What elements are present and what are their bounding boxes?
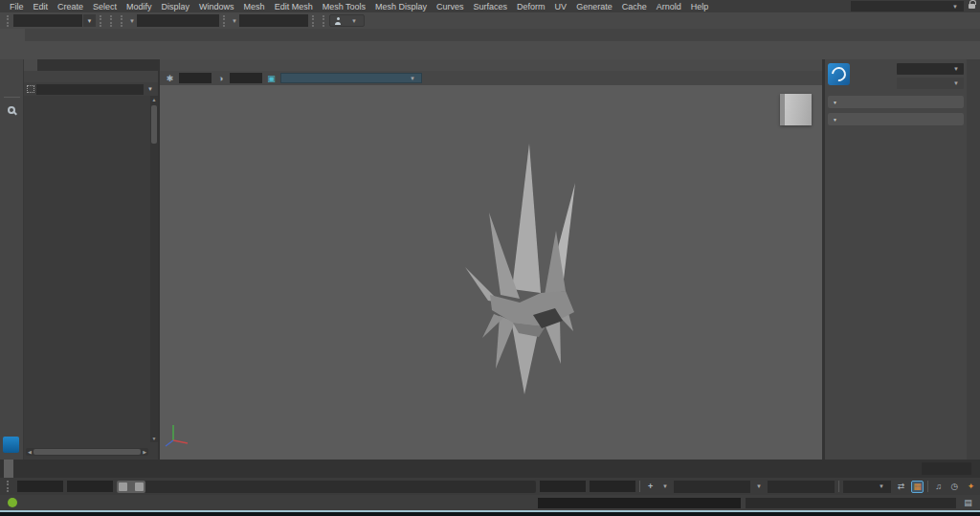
view-cube[interactable] — [780, 94, 812, 125]
current-frame-marker[interactable] — [4, 460, 13, 478]
maya-window: { "app_badge": "M", "menu_bar": { "items… — [0, 0, 980, 516]
chevron-down-icon[interactable]: ▼ — [232, 18, 237, 24]
humanik-panel: ▼ ▼ ▼ ▼ — [824, 59, 967, 460]
scroll-left-icon[interactable]: ◀ — [28, 449, 32, 455]
menu-set-selector[interactable] — [13, 14, 82, 27]
chevron-down-icon: ▼ — [410, 76, 415, 81]
source-selector[interactable]: ▼ — [897, 78, 964, 89]
chevron-down-icon[interactable]: ▼ — [756, 483, 762, 489]
range-start-handle[interactable] — [119, 482, 127, 491]
scroll-down-icon[interactable]: ▼ — [150, 436, 158, 441]
menu-item[interactable]: Windows — [194, 2, 239, 11]
mel-command-input[interactable] — [538, 498, 741, 508]
range-slider-track[interactable] — [117, 481, 536, 493]
menu-item[interactable]: Edit — [29, 2, 54, 11]
audio-icon[interactable]: ♫ — [932, 481, 945, 493]
drag-grip[interactable] — [223, 15, 226, 27]
outliner-search-input[interactable] — [36, 84, 144, 95]
character-selector[interactable]: ▼ — [897, 63, 964, 75]
menu-item[interactable]: Create — [53, 2, 88, 11]
set-key-icon[interactable]: + — [644, 481, 657, 493]
gamma-field[interactable] — [230, 73, 262, 83]
drag-grip[interactable] — [323, 15, 325, 27]
drag-grip[interactable] — [121, 15, 123, 27]
drag-grip[interactable] — [7, 481, 10, 492]
menu-item[interactable]: Select — [88, 2, 122, 11]
user-icon — [335, 17, 342, 25]
time-slider — [0, 460, 980, 478]
menu-item[interactable]: File — [5, 2, 29, 11]
command-result-field[interactable] — [746, 498, 956, 508]
workspace-selector[interactable]: ▼ — [851, 1, 964, 11]
playback-loop-icon[interactable]: ⇄ — [895, 481, 907, 493]
symmetry-field[interactable] — [239, 14, 308, 27]
range-end-handle[interactable] — [135, 482, 144, 491]
range-slider: + ▼ ▼ ▼ ⇄ ▦ ♫ ◷ ✦ — [0, 478, 980, 495]
menu-item[interactable]: Edit Mesh — [270, 2, 318, 11]
view-transform-selector[interactable]: ▼ — [280, 73, 422, 83]
menu-item[interactable]: Help — [686, 2, 714, 11]
playback-start-field[interactable] — [67, 481, 113, 492]
drag-grip[interactable] — [110, 15, 113, 27]
chevron-down-icon: ▼ — [879, 483, 884, 489]
auto-keyframe-icon[interactable]: ▦ — [911, 481, 924, 493]
zoom-tool-icon[interactable] — [8, 106, 15, 114]
outliner-horizontal-scrollbar[interactable]: ◀ ▶ — [26, 448, 148, 456]
chevron-down-icon[interactable]: ▼ — [147, 86, 153, 92]
chevron-down-icon[interactable]: ▼ — [662, 483, 668, 489]
menu-item[interactable]: Mesh Tools — [318, 2, 370, 11]
gamma-icon[interactable]: ◑ — [214, 72, 227, 84]
character-set-selector[interactable] — [674, 481, 750, 493]
menu-item[interactable]: Modify — [122, 2, 157, 11]
cached-playback-icon[interactable]: ◷ — [948, 481, 961, 493]
create-section-header[interactable]: ▼ — [828, 96, 964, 108]
toolbox — [0, 59, 24, 460]
lock-workspace-icon[interactable] — [969, 4, 975, 9]
humanik-logo-icon[interactable] — [828, 63, 850, 85]
menu-set-dropdown-icon[interactable]: ▼ — [83, 14, 96, 27]
menu-item[interactable]: Cache — [617, 2, 652, 11]
menu-item[interactable]: Generate — [571, 2, 617, 11]
playback-end-field[interactable] — [540, 481, 586, 492]
menu-bar: FileEditCreateSelectModifyDisplayWindows… — [0, 0, 980, 12]
current-frame-field[interactable] — [922, 462, 971, 475]
anim-layer-selector[interactable] — [768, 481, 835, 493]
filter-icon[interactable] — [27, 85, 34, 93]
scroll-up-icon[interactable]: ▲ — [150, 97, 158, 102]
menu-item[interactable]: Mesh Display — [370, 2, 432, 11]
menu-item[interactable]: Mesh — [239, 2, 270, 11]
exposure-icon[interactable]: ✱ — [164, 72, 176, 84]
exposure-field[interactable] — [179, 73, 212, 83]
playback-range-bar[interactable] — [117, 481, 145, 493]
color-management-icon[interactable]: ▣ — [265, 72, 278, 84]
script-editor-icon[interactable]: ▤ — [961, 496, 975, 510]
fps-selector[interactable]: ▼ — [843, 481, 891, 493]
drag-grip[interactable] — [312, 15, 315, 27]
user-account-menu[interactable]: ▼ — [329, 14, 365, 27]
menu-item[interactable]: Arnold — [652, 2, 686, 11]
scene-3d-view — [160, 85, 822, 460]
outliner-title[interactable] — [24, 59, 37, 71]
chevron-down-icon[interactable]: ▼ — [129, 18, 135, 24]
triangle-down-icon: ▼ — [833, 117, 837, 123]
menu-item[interactable]: Deform — [512, 2, 550, 11]
time-slider-track[interactable] — [9, 460, 919, 478]
pcone4-mesh — [465, 144, 575, 394]
help-icon — [8, 498, 17, 507]
menu-item[interactable]: UV — [550, 2, 572, 11]
animation-start-field[interactable] — [17, 481, 63, 492]
animation-end-field[interactable] — [590, 481, 635, 492]
menu-item[interactable]: Curves — [432, 2, 469, 11]
viewport-canvas[interactable] — [160, 85, 822, 460]
shelf — [0, 29, 980, 59]
evaluation-mode-icon[interactable]: ✦ — [965, 481, 977, 493]
drag-grip[interactable] — [100, 15, 102, 27]
menu-item[interactable]: Display — [157, 2, 195, 11]
outliner-search-row: ▼ — [24, 82, 158, 96]
outliner-vertical-scrollbar[interactable]: ▲ ▼ — [150, 96, 158, 442]
import-samples-section-header[interactable]: ▼ — [828, 113, 964, 125]
menu-item[interactable]: Surfaces — [469, 2, 513, 11]
scroll-right-icon[interactable]: ▶ — [143, 449, 146, 455]
drag-grip[interactable] — [7, 15, 10, 27]
live-surface-field[interactable] — [137, 14, 219, 27]
